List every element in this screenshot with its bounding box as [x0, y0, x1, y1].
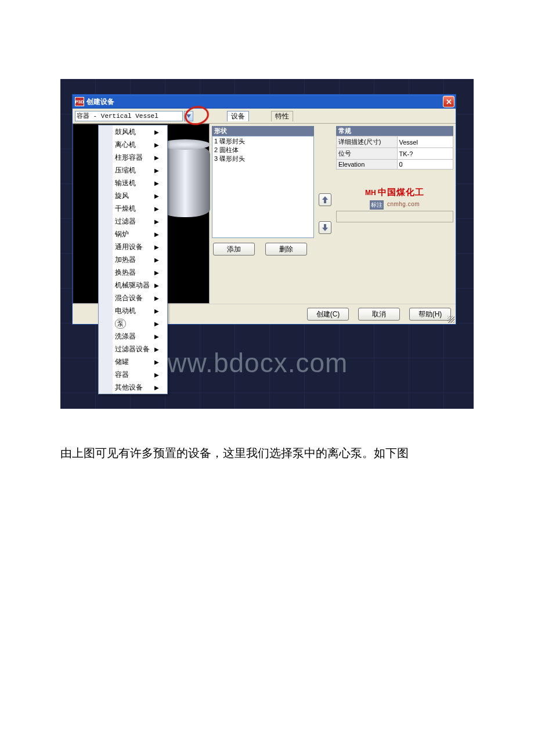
prop-label: 详细描述(尺寸)	[337, 136, 398, 148]
menu-item[interactable]: 锅炉▶	[99, 228, 167, 240]
toolbar-row: 容器 - Vertical Vessel 设备 特性	[73, 109, 456, 124]
caption-text: 由上图可见有许多预置的设备，这里我们选择泵中的离心泵。如下图	[60, 444, 474, 462]
menu-item[interactable]: 输送机▶	[99, 177, 167, 189]
menu-item-label: 泵	[115, 319, 126, 329]
menu-item-label: 其他设备	[115, 383, 143, 393]
menu-item[interactable]: 混合设备▶	[99, 291, 167, 304]
menu-item-label: 机械驱动器	[115, 280, 150, 290]
delete-button[interactable]: 删除	[265, 243, 307, 255]
page-watermark: www.bdocx.com	[147, 347, 348, 379]
menu-item-label: 过滤器设备	[115, 344, 150, 354]
menu-item-label: 换热器	[115, 268, 136, 278]
menu-item[interactable]: 机械驱动器▶	[99, 279, 167, 291]
menu-item-label: 混合设备	[115, 293, 143, 303]
menu-item[interactable]: 离心机▶	[99, 138, 167, 151]
menu-item-label: 柱形容器	[115, 153, 143, 163]
submenu-arrow-icon: ▶	[154, 282, 159, 289]
arrow-up-icon	[322, 196, 328, 203]
add-button[interactable]: 添加	[213, 243, 255, 255]
menu-item-label: 储罐	[115, 357, 129, 367]
menu-item[interactable]: 过滤器设备▶	[99, 343, 167, 355]
prop-value[interactable]: TK-?	[397, 148, 453, 160]
menu-item[interactable]: 储罐▶	[99, 355, 167, 368]
window-title: 创建设备	[86, 97, 114, 107]
prop-label: Elevation	[337, 160, 398, 170]
window-titlebar[interactable]: P3D 创建设备 ✕	[73, 95, 456, 109]
menu-item[interactable]: 泵▶	[99, 317, 167, 330]
table-row[interactable]: 详细描述(尺寸) Vessel	[337, 136, 453, 148]
tab-equipment[interactable]: 设备	[227, 111, 249, 121]
watermark-logo: MH 中国煤化工 标注 cnmhg.com	[336, 187, 453, 222]
arrow-down-icon	[322, 224, 328, 231]
submenu-arrow-icon: ▶	[154, 308, 159, 314]
help-button[interactable]: 帮助(H)	[409, 308, 451, 321]
props-header: 常规	[336, 126, 453, 136]
submenu-arrow-icon: ▶	[154, 346, 159, 352]
app-icon: P3D	[75, 97, 84, 106]
menu-item[interactable]: 洗涤器▶	[99, 330, 167, 343]
submenu-arrow-icon: ▶	[154, 384, 159, 391]
menu-item-label: 离心机	[115, 140, 136, 150]
submenu-arrow-icon: ▶	[154, 244, 159, 250]
menu-item[interactable]: 柱形容器▶	[99, 151, 167, 164]
menu-item-label: 通用设备	[115, 242, 143, 252]
menu-item[interactable]: 电动机▶	[99, 304, 167, 317]
screenshot-canvas: P3D 创建设备 ✕ 容器 - Vertical Vessel 设备 特性	[60, 79, 474, 409]
menu-item-label: 容器	[115, 370, 129, 380]
properties-panel: 常规 详细描述(尺寸) Vessel 位号 TK-? Elevation 0	[334, 124, 456, 304]
equipment-type-menu[interactable]: 鼓风机▶离心机▶柱形容器▶压缩机▶输送机▶旋风▶干燥机▶过滤器▶锅炉▶通用设备▶…	[98, 125, 168, 394]
submenu-arrow-icon: ▶	[154, 193, 159, 199]
shapes-list[interactable]: 1 碟形封头 2 圆柱体 3 碟形封头	[212, 136, 314, 238]
move-up-button[interactable]	[319, 193, 331, 206]
menu-item[interactable]: 通用设备▶	[99, 240, 167, 253]
submenu-arrow-icon: ▶	[154, 206, 159, 212]
submenu-arrow-icon: ▶	[154, 372, 159, 378]
submenu-arrow-icon: ▶	[154, 295, 159, 301]
logo-mark: MH	[365, 189, 378, 197]
resize-grip[interactable]	[448, 316, 454, 323]
properties-table: 详细描述(尺寸) Vessel 位号 TK-? Elevation 0	[336, 136, 453, 170]
menu-item-label: 洗涤器	[115, 332, 136, 341]
close-icon: ✕	[446, 98, 452, 106]
menu-item-label: 锅炉	[115, 229, 129, 239]
shape-row[interactable]: 1 碟形封头	[213, 137, 313, 146]
combo-dropdown-button[interactable]	[184, 111, 193, 121]
menu-item[interactable]: 加热器▶	[99, 253, 167, 266]
menu-item-label: 旋风	[115, 191, 129, 201]
menu-item[interactable]: 干燥机▶	[99, 202, 167, 215]
menu-item-label: 过滤器	[115, 217, 136, 226]
watermark-brand-cn: 中国煤化工	[378, 187, 424, 197]
menu-item[interactable]: 其他设备▶	[99, 381, 167, 394]
prop-value[interactable]: 0	[397, 160, 453, 170]
menu-item-label: 压缩机	[115, 165, 136, 175]
submenu-arrow-icon: ▶	[154, 231, 159, 237]
submenu-arrow-icon: ▶	[154, 129, 159, 135]
note-box[interactable]	[336, 211, 453, 222]
menu-item[interactable]: 压缩机▶	[99, 164, 167, 177]
table-row[interactable]: 位号 TK-?	[337, 148, 453, 160]
table-row[interactable]: Elevation 0	[337, 160, 453, 170]
menu-item[interactable]: 过滤器▶	[99, 215, 167, 228]
menu-item[interactable]: 鼓风机▶	[99, 125, 167, 138]
move-down-button[interactable]	[319, 221, 331, 234]
create-button[interactable]: 创建(C)	[307, 308, 349, 321]
close-button[interactable]: ✕	[443, 96, 454, 107]
submenu-arrow-icon: ▶	[154, 218, 159, 225]
menu-item-label: 输送机	[115, 178, 136, 188]
cancel-button[interactable]: 取消	[358, 308, 400, 321]
submenu-arrow-icon: ▶	[154, 167, 159, 174]
vessel-type-combo[interactable]: 容器 - Vertical Vessel	[75, 111, 183, 121]
submenu-arrow-icon: ▶	[154, 359, 159, 365]
menu-item[interactable]: 换热器▶	[99, 266, 167, 279]
submenu-arrow-icon: ▶	[154, 180, 159, 186]
menu-item[interactable]: 旋风▶	[99, 189, 167, 202]
submenu-arrow-icon: ▶	[154, 154, 159, 161]
menu-item-label: 干燥机	[115, 204, 136, 214]
shape-row[interactable]: 3 碟形封头	[213, 154, 313, 163]
watermark-brand-en: cnmhg.com	[387, 201, 420, 207]
shapes-panel: 形状 1 碟形封头 2 圆柱体 3 碟形封头 添加 删除	[210, 124, 316, 304]
menu-item[interactable]: 容器▶	[99, 368, 167, 381]
prop-value[interactable]: Vessel	[397, 136, 453, 148]
tab-properties[interactable]: 特性	[271, 111, 293, 121]
shape-row[interactable]: 2 圆柱体	[213, 146, 313, 154]
